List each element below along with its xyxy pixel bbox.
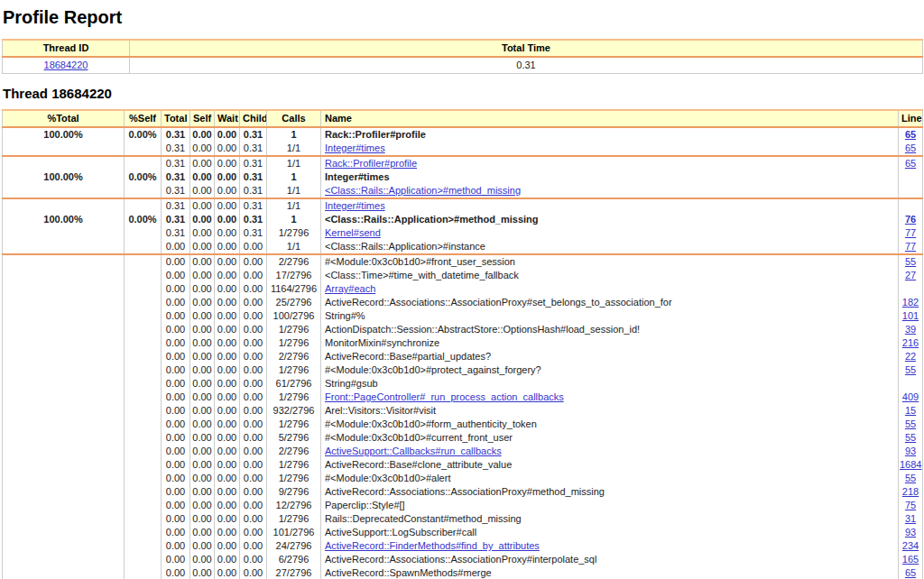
line-link[interactable]: 55 (905, 256, 916, 267)
line-cell (899, 282, 923, 296)
pct-self-cell (125, 240, 162, 254)
method-link[interactable]: Integer#times (325, 142, 385, 153)
wait-cell: 0.00 (215, 336, 240, 350)
pct-total-cell (3, 240, 125, 254)
line-link[interactable]: 22 (905, 351, 916, 362)
line-link[interactable]: 15 (905, 405, 916, 416)
wait-cell: 0.00 (215, 323, 240, 336)
method-link[interactable]: Integer#times (325, 200, 385, 211)
pct-self-cell (125, 526, 162, 539)
method-row: 0.000.000.000.002/2796#<Module:0x3c0b1d0… (3, 254, 923, 269)
line-link[interactable]: 65 (905, 129, 916, 140)
self-cell: 0.00 (190, 431, 215, 445)
pct-total-cell (3, 282, 125, 296)
line-link[interactable]: 75 (905, 500, 916, 510)
total-cell: 0.31 (162, 127, 190, 142)
method-link[interactable]: ActiveSupport::Callbacks#run_callbacks (325, 446, 502, 456)
line-link[interactable]: 234 (902, 540, 919, 551)
calls-cell: 1/2796 (267, 512, 321, 526)
line-link[interactable]: 65 (905, 158, 916, 169)
line-link[interactable]: 65 (905, 567, 916, 578)
child-cell: 0.00 (240, 350, 267, 363)
line-link[interactable]: 1684 (900, 459, 921, 470)
total-cell: 0.00 (162, 539, 190, 553)
calls-cell: 5/2796 (267, 431, 321, 445)
name-cell: <Class::Rails::Application>#method_missi… (321, 184, 899, 198)
method-row: 0.000.000.000.001/2796#<Module:0x3c0b1d0… (3, 418, 923, 431)
method-row: 0.310.000.000.311/1Integer#times (3, 198, 923, 213)
total-cell: 0.00 (162, 445, 190, 458)
method-row: 0.000.000.000.001/2796ActionDispatch::Se… (3, 323, 923, 336)
name-cell: ActiveSupport::Callbacks#run_callbacks (321, 445, 899, 458)
col-header-wait: Wait (215, 110, 240, 127)
pct-self-cell (125, 566, 162, 579)
total-cell: 0.00 (162, 512, 190, 526)
line-link[interactable]: 77 (905, 241, 916, 252)
child-cell: 0.00 (240, 254, 267, 269)
self-cell: 0.00 (190, 377, 215, 391)
line-link[interactable]: 182 (902, 297, 919, 308)
pct-total-cell (3, 198, 125, 213)
name-cell: String#gsub (321, 377, 899, 391)
child-cell: 0.00 (240, 240, 267, 254)
method-row: 0.000.000.000.00100/2796String#%101 (3, 309, 923, 323)
line-link[interactable]: 55 (905, 432, 916, 443)
line-link[interactable]: 55 (905, 364, 916, 375)
line-link[interactable]: 101 (902, 310, 919, 321)
col-header-total-time: Total Time (130, 40, 923, 57)
wait-cell: 0.00 (215, 472, 240, 485)
method-row: 0.000.000.000.0027/2796ActiveRecord::Spa… (3, 566, 923, 579)
line-cell: 55 (899, 472, 923, 485)
name-cell: #<Module:0x3c0b1d0>#form_authenticity_to… (321, 418, 899, 431)
method-row: 0.000.000.000.009/2796ActiveRecord::Asso… (3, 485, 923, 499)
line-link[interactable]: 76 (905, 214, 916, 225)
pct-total-cell (3, 226, 125, 240)
line-link[interactable]: 77 (905, 227, 916, 238)
line-cell: 55 (899, 418, 923, 431)
self-cell: 0.00 (190, 184, 215, 198)
child-cell: 0.00 (240, 553, 267, 566)
line-cell: 77 (899, 240, 923, 254)
self-cell: 0.00 (190, 472, 215, 485)
thread-link[interactable]: 18684220 (44, 60, 88, 70)
name-cell: #<Module:0x3c0b1d0>#alert (321, 472, 899, 485)
line-link[interactable]: 55 (905, 418, 916, 429)
name-cell: ActiveRecord::Associations::AssociationP… (321, 296, 899, 309)
line-cell: 55 (899, 254, 923, 269)
method-link[interactable]: Front::PageController#_run_process_actio… (325, 391, 564, 402)
line-cell: 65 (899, 142, 923, 156)
method-link[interactable]: <Class::Rails::Application>#method_missi… (325, 185, 521, 196)
calls-cell: 1/2796 (267, 226, 321, 240)
line-link[interactable]: 39 (905, 324, 916, 335)
method-row: 0.000.000.000.0061/2796String#gsub (3, 377, 923, 391)
pct-self-cell (125, 418, 162, 431)
method-row: 0.000.000.000.002/2796ActiveRecord::Base… (3, 350, 923, 363)
line-link[interactable]: 216 (902, 337, 919, 348)
wait-cell: 0.00 (215, 269, 240, 282)
line-link[interactable]: 93 (905, 446, 916, 456)
line-link[interactable]: 409 (902, 391, 919, 402)
line-link[interactable]: 65 (905, 142, 916, 153)
line-link[interactable]: 31 (905, 513, 916, 524)
pct-self-cell (125, 156, 162, 170)
method-link[interactable]: Array#each (325, 283, 375, 294)
method-link[interactable]: ActiveRecord::FinderMethods#find_by_attr… (325, 540, 540, 551)
pct-self-cell (125, 269, 162, 282)
pct-total-cell (3, 566, 125, 579)
line-cell: 55 (899, 363, 923, 377)
line-link[interactable]: 27 (905, 270, 916, 280)
method-row: 100.00%0.00%0.310.000.000.311<Class::Rai… (3, 213, 923, 226)
name-cell: ActiveRecord::Associations::AssociationP… (321, 485, 899, 499)
pct-total-cell (3, 391, 125, 404)
line-link[interactable]: 165 (902, 554, 919, 565)
line-link[interactable]: 55 (905, 473, 916, 483)
wait-cell: 0.00 (215, 156, 240, 170)
self-cell: 0.00 (190, 142, 215, 156)
wait-cell: 0.00 (215, 198, 240, 213)
method-link[interactable]: Rack::Profiler#profile (325, 158, 417, 169)
pct-total-cell: 100.00% (3, 127, 125, 142)
calls-cell: 61/2796 (267, 377, 321, 391)
line-link[interactable]: 218 (902, 486, 919, 497)
line-link[interactable]: 93 (905, 527, 916, 538)
method-link[interactable]: Kernel#send (325, 227, 381, 238)
